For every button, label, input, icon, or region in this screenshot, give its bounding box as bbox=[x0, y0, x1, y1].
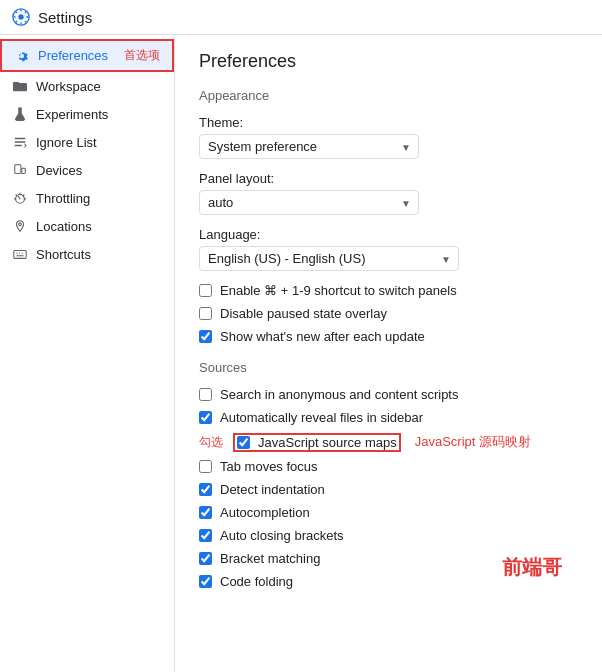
preferences-label: Preferences bbox=[38, 48, 116, 63]
detect-indent-checkbox[interactable] bbox=[199, 483, 212, 496]
theme-select-wrapper[interactable]: System preference ▼ bbox=[199, 134, 419, 159]
shortcut-panels-row: Enable ⌘ + 1-9 shortcut to switch panels bbox=[199, 283, 578, 298]
sources-section: Sources Search in anonymous and content … bbox=[199, 360, 578, 589]
sources-section-title: Sources bbox=[199, 360, 578, 375]
appearance-section-title: Appearance bbox=[199, 88, 578, 103]
folder-icon bbox=[12, 78, 28, 94]
shortcut-panels-label[interactable]: Enable ⌘ + 1-9 shortcut to switch panels bbox=[220, 283, 457, 298]
auto-closing-row: Auto closing brackets bbox=[199, 528, 578, 543]
theme-select[interactable]: System preference bbox=[199, 134, 419, 159]
autocompletion-checkbox[interactable] bbox=[199, 506, 212, 519]
detect-indent-row: Detect indentation bbox=[199, 482, 578, 497]
disable-paused-label[interactable]: Disable paused state overlay bbox=[220, 306, 387, 321]
main-layout: Preferences 首选项 Workspace Experiments bbox=[0, 35, 602, 672]
auto-reveal-checkbox[interactable] bbox=[199, 411, 212, 424]
title-bar: Settings bbox=[0, 0, 602, 35]
devices-label: Devices bbox=[36, 163, 162, 178]
code-folding-checkbox[interactable] bbox=[199, 575, 212, 588]
pin-icon bbox=[12, 218, 28, 234]
svg-point-1 bbox=[18, 14, 23, 19]
ignore-list-label: Ignore List bbox=[36, 135, 162, 150]
title-bar-label: Settings bbox=[38, 9, 92, 26]
autocompletion-row: Autocompletion bbox=[199, 505, 578, 520]
whats-new-label[interactable]: Show what's new after each update bbox=[220, 329, 425, 344]
autocompletion-label[interactable]: Autocompletion bbox=[220, 505, 310, 520]
whats-new-row: Show what's new after each update bbox=[199, 329, 578, 344]
keyboard-icon bbox=[12, 246, 28, 262]
language-group: Language: English (US) - English (US) ▼ bbox=[199, 227, 578, 271]
auto-reveal-label[interactable]: Automatically reveal files in sidebar bbox=[220, 410, 423, 425]
sidebar: Preferences 首选项 Workspace Experiments bbox=[0, 35, 175, 672]
svg-rect-6 bbox=[14, 251, 26, 259]
code-folding-label[interactable]: Code folding bbox=[220, 574, 293, 589]
bottom-right-annotation: 前端哥 bbox=[502, 554, 562, 581]
js-source-maps-label[interactable]: JavaScript source maps bbox=[258, 435, 397, 450]
auto-closing-label[interactable]: Auto closing brackets bbox=[220, 528, 344, 543]
panel-layout-group: Panel layout: auto ▼ bbox=[199, 171, 578, 215]
tab-focus-label[interactable]: Tab moves focus bbox=[220, 459, 318, 474]
js-source-maps-row: 勾选 JavaScript source maps JavaScript 源码映… bbox=[199, 433, 578, 451]
svg-rect-2 bbox=[15, 165, 21, 174]
auto-closing-checkbox[interactable] bbox=[199, 529, 212, 542]
throttling-label: Throttling bbox=[36, 191, 162, 206]
locations-label: Locations bbox=[36, 219, 162, 234]
anon-scripts-row: Search in anonymous and content scripts bbox=[199, 387, 578, 402]
settings-icon bbox=[12, 8, 30, 26]
sidebar-item-devices[interactable]: Devices bbox=[0, 156, 174, 184]
theme-group: Theme: System preference ▼ bbox=[199, 115, 578, 159]
svg-rect-3 bbox=[22, 168, 26, 173]
gear-icon bbox=[14, 48, 30, 64]
detect-indent-label[interactable]: Detect indentation bbox=[220, 482, 325, 497]
sidebar-item-locations[interactable]: Locations bbox=[0, 212, 174, 240]
anon-scripts-label[interactable]: Search in anonymous and content scripts bbox=[220, 387, 458, 402]
language-select-wrapper[interactable]: English (US) - English (US) ▼ bbox=[199, 246, 459, 271]
sidebar-item-experiments[interactable]: Experiments bbox=[0, 100, 174, 128]
device-icon bbox=[12, 162, 28, 178]
sidebar-item-preferences[interactable]: Preferences 首选项 bbox=[0, 39, 174, 72]
bracket-matching-checkbox[interactable] bbox=[199, 552, 212, 565]
sidebar-item-ignore-list[interactable]: Ignore List bbox=[0, 128, 174, 156]
svg-point-5 bbox=[19, 223, 22, 226]
annotation-right: JavaScript 源码映射 bbox=[415, 433, 531, 451]
flask-icon bbox=[12, 106, 28, 122]
shortcuts-label: Shortcuts bbox=[36, 247, 162, 262]
shortcut-panels-checkbox[interactable] bbox=[199, 284, 212, 297]
disable-paused-checkbox[interactable] bbox=[199, 307, 212, 320]
anon-scripts-checkbox[interactable] bbox=[199, 388, 212, 401]
panel-layout-select-wrapper[interactable]: auto ▼ bbox=[199, 190, 419, 215]
language-select[interactable]: English (US) - English (US) bbox=[199, 246, 459, 271]
js-source-maps-highlight: JavaScript source maps bbox=[235, 435, 399, 450]
list-icon bbox=[12, 134, 28, 150]
tab-focus-row: Tab moves focus bbox=[199, 459, 578, 474]
page-title: Preferences bbox=[199, 51, 578, 72]
preferences-badge: 首选项 bbox=[124, 47, 160, 64]
throttle-icon bbox=[12, 190, 28, 206]
sidebar-item-throttling[interactable]: Throttling bbox=[0, 184, 174, 212]
tab-focus-checkbox[interactable] bbox=[199, 460, 212, 473]
disable-paused-row: Disable paused state overlay bbox=[199, 306, 578, 321]
panel-layout-select[interactable]: auto bbox=[199, 190, 419, 215]
content-area: Preferences Appearance Theme: System pre… bbox=[175, 35, 602, 672]
language-label: Language: bbox=[199, 227, 578, 242]
whats-new-checkbox[interactable] bbox=[199, 330, 212, 343]
sidebar-item-shortcuts[interactable]: Shortcuts bbox=[0, 240, 174, 268]
sidebar-item-workspace[interactable]: Workspace bbox=[0, 72, 174, 100]
bracket-matching-label[interactable]: Bracket matching bbox=[220, 551, 320, 566]
auto-reveal-row: Automatically reveal files in sidebar bbox=[199, 410, 578, 425]
experiments-label: Experiments bbox=[36, 107, 162, 122]
theme-label: Theme: bbox=[199, 115, 578, 130]
annotation-left: 勾选 bbox=[199, 434, 223, 451]
panel-layout-label: Panel layout: bbox=[199, 171, 578, 186]
workspace-label: Workspace bbox=[36, 79, 162, 94]
js-source-maps-checkbox[interactable] bbox=[237, 436, 250, 449]
